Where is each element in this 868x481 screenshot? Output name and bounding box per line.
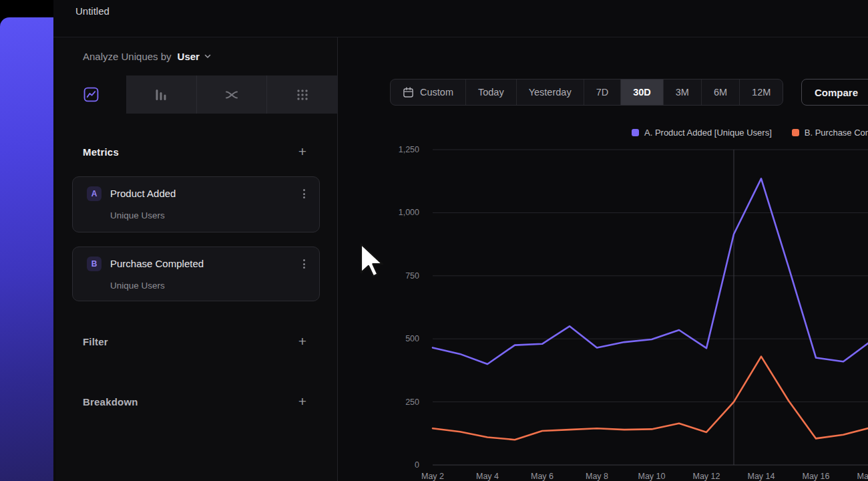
x-tick-label: May 18 bbox=[843, 471, 868, 481]
metric-badge-b: B bbox=[87, 257, 101, 271]
sidebar-divider bbox=[337, 37, 338, 481]
compare-button[interactable]: Compare bbox=[801, 79, 868, 106]
range-7d[interactable]: 7D bbox=[584, 79, 621, 105]
metric-subtitle-b: Unique Users bbox=[110, 281, 165, 291]
x-tick-label: May 8 bbox=[569, 471, 625, 481]
app-window: Untitled Analyze Uniques by User bbox=[53, 0, 868, 481]
legend-swatch-a bbox=[632, 129, 639, 136]
x-tick-label: May 6 bbox=[514, 471, 570, 481]
range-label: Today bbox=[478, 87, 504, 98]
wallpaper-gradient bbox=[0, 17, 53, 481]
metric-name-a: Product Added bbox=[110, 188, 176, 199]
analyze-by-value: User bbox=[178, 51, 200, 62]
flows-icon bbox=[224, 88, 239, 102]
chart-plot-area[interactable] bbox=[433, 150, 868, 465]
line-chart-icon bbox=[83, 87, 99, 102]
view-tabs bbox=[56, 75, 337, 114]
y-tick-label: 0 bbox=[361, 460, 419, 470]
breakdown-title: Breakdown bbox=[83, 396, 138, 408]
range-yesterday[interactable]: Yesterday bbox=[516, 79, 584, 105]
x-tick-label: May 2 bbox=[405, 471, 461, 481]
plot-svg bbox=[433, 150, 868, 470]
legend-label-b: B. Purchase Completed [Unique Users] bbox=[805, 128, 868, 138]
range-label: 7D bbox=[596, 87, 609, 98]
y-tick-label: 750 bbox=[361, 271, 419, 281]
grid-dots-icon bbox=[295, 88, 310, 102]
analyze-label: Analyze Uniques by bbox=[83, 51, 172, 62]
y-tick-label: 250 bbox=[361, 397, 419, 408]
legend-label-a: A. Product Added [Unique Users] bbox=[644, 128, 772, 138]
report-title: Untitled bbox=[75, 5, 110, 18]
range-label: 12M bbox=[752, 87, 771, 98]
metric-card-a[interactable]: A Product Added Unique Users bbox=[72, 176, 320, 232]
chevron-down-icon bbox=[204, 52, 212, 60]
calendar-icon bbox=[403, 87, 414, 98]
y-tick-label: 500 bbox=[361, 333, 419, 344]
metric-badge-a: A bbox=[87, 186, 101, 201]
metric-b-menu-button[interactable] bbox=[298, 257, 309, 271]
range-label: Yesterday bbox=[529, 87, 572, 98]
desktop-strip bbox=[0, 0, 53, 481]
metrics-header: Metrics + bbox=[83, 144, 306, 159]
metric-name-b: Purchase Completed bbox=[110, 258, 204, 269]
query-sidebar: Analyze Uniques by User bbox=[56, 37, 337, 481]
x-tick-label: May 12 bbox=[678, 471, 734, 481]
range-custom[interactable]: Custom bbox=[391, 79, 465, 105]
range-label: 30D bbox=[633, 87, 651, 98]
breakdown-header: Breakdown + bbox=[83, 394, 306, 409]
tab-grid[interactable] bbox=[266, 75, 337, 114]
metrics-title: Metrics bbox=[83, 146, 119, 158]
range-3m[interactable]: 3M bbox=[663, 79, 701, 105]
legend-item-b[interactable]: B. Purchase Completed [Unique Users] bbox=[792, 128, 868, 138]
range-label: 3M bbox=[676, 87, 689, 98]
x-tick-label: May 10 bbox=[624, 471, 680, 481]
range-label: 6M bbox=[714, 87, 727, 98]
y-tick-label: 1,000 bbox=[361, 207, 419, 218]
metric-subtitle-a: Unique Users bbox=[110, 210, 165, 220]
range-12m[interactable]: 12M bbox=[739, 79, 783, 105]
metric-a-menu-button[interactable] bbox=[298, 186, 309, 201]
range-today[interactable]: Today bbox=[465, 79, 516, 105]
x-tick-label: May 16 bbox=[788, 471, 844, 481]
legend-swatch-b bbox=[792, 129, 799, 136]
x-tick-label: May 14 bbox=[733, 471, 789, 481]
range-label: Custom bbox=[420, 87, 453, 98]
add-breakdown-button[interactable]: + bbox=[298, 395, 306, 408]
range-30d[interactable]: 30D bbox=[620, 79, 663, 105]
mouse-cursor bbox=[359, 242, 385, 281]
y-tick-label: 1,250 bbox=[361, 144, 419, 155]
legend-item-a[interactable]: A. Product Added [Unique Users] bbox=[632, 128, 772, 138]
filter-title: Filter bbox=[83, 336, 108, 347]
tab-flows[interactable] bbox=[196, 75, 267, 114]
metric-card-b[interactable]: B Purchase Completed Unique Users bbox=[72, 247, 320, 301]
bar-chart-icon bbox=[154, 88, 168, 102]
series-line-b bbox=[433, 357, 868, 440]
date-range-group: CustomTodayYesterday7D30D3M6M12M bbox=[390, 79, 783, 106]
tab-line-chart[interactable] bbox=[56, 75, 126, 114]
chart-legend: A. Product Added [Unique Users] B. Purch… bbox=[632, 128, 868, 138]
tab-bar-chart[interactable] bbox=[126, 75, 196, 114]
add-filter-button[interactable]: + bbox=[298, 335, 306, 348]
filter-header: Filter + bbox=[83, 334, 306, 349]
x-tick-label: May 4 bbox=[459, 471, 515, 481]
add-metric-button[interactable]: + bbox=[298, 145, 306, 158]
analyze-by-dropdown[interactable]: User bbox=[178, 51, 212, 62]
analyze-row: Analyze Uniques by User bbox=[83, 47, 212, 65]
series-line-a bbox=[433, 178, 868, 364]
range-6m[interactable]: 6M bbox=[701, 79, 739, 105]
